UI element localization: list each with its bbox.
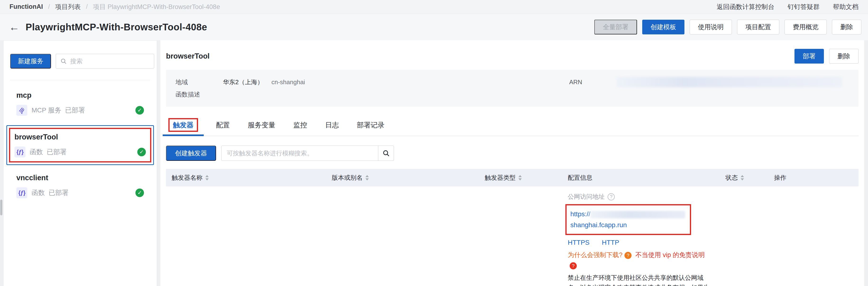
function-icon: {ƒ} [14, 147, 25, 157]
back-arrow-icon[interactable]: ← [9, 22, 20, 32]
tab-triggers[interactable]: 触发器 [167, 117, 199, 136]
column-header-trigger-type[interactable]: 触发器类型 [479, 173, 562, 182]
sort-icon[interactable] [366, 175, 369, 181]
new-service-button[interactable]: 新建服务 [10, 54, 51, 68]
function-icon: {ƒ} [17, 187, 27, 198]
service-name: mcp [17, 91, 144, 100]
search-icon [60, 58, 67, 64]
sort-icon[interactable] [519, 175, 522, 181]
force-download-why-link[interactable]: 为什么会强制下载? [568, 251, 623, 258]
deploy-button[interactable]: 部署 [795, 49, 824, 64]
region-value: 华东2（上海） [223, 78, 263, 86]
help-docs-link[interactable]: 帮助文档 [833, 3, 859, 11]
page-root: FunctionAI / 项目列表 / 项目 PlaywrightMCP-Wit… [0, 0, 868, 286]
sidebar-item-mcp[interactable]: mcp MCP 服务 已部署 ✓ [10, 85, 150, 122]
question-badge-orange-icon[interactable]: ? [624, 252, 631, 259]
search-icon [382, 150, 390, 157]
delete-project-button[interactable]: 删除 [832, 20, 861, 34]
service-status-text: 已部署 [49, 188, 68, 197]
create-trigger-button[interactable]: 创建触发器 [166, 146, 216, 161]
annotation-box-trigger-tab: 触发器 [168, 118, 198, 132]
sort-icon[interactable] [741, 175, 744, 181]
column-header-config-info: 配置信息 [562, 173, 720, 182]
dingtalk-group-link[interactable]: 钉钉答疑群 [787, 3, 819, 11]
topbar-links: 返回函数计算控制台 钉钉答疑群 帮助文档 [717, 3, 859, 11]
tab-logs[interactable]: 日志 [324, 117, 340, 136]
cell-trigger-name [166, 186, 326, 196]
breadcrumb: FunctionAI / 项目列表 / 项目 PlaywrightMCP-Wit… [9, 3, 220, 11]
vip-disclaimer-link[interactable]: 不当使用 vip 的免责说明 [636, 251, 705, 258]
cell-trigger-type [479, 186, 562, 196]
deploy-all-button[interactable]: 全量部署 [594, 20, 637, 34]
url-redacted-segment [590, 211, 685, 218]
main-panel: browserTool 部署 删除 地域 华东2（上海） cn-shanghai [160, 40, 864, 286]
tab-config[interactable]: 配置 [215, 117, 231, 136]
service-name: browserTool [14, 133, 146, 141]
service-type-label: 函数 [30, 148, 43, 157]
deployed-check-icon: ✓ [137, 148, 146, 156]
annotation-box-url: https:// shanghai.fcapp.run [565, 204, 691, 235]
create-template-button[interactable]: 创建模板 [642, 20, 684, 34]
active-tab-underline [163, 134, 204, 136]
service-name: vncclient [17, 173, 144, 182]
cell-version-alias [326, 186, 479, 196]
content-area: 新建服务 mcp MCP 服务 已部署 ✓ [0, 40, 868, 286]
cost-overview-button[interactable]: 费用概览 [784, 20, 827, 34]
arn-label: ARN [569, 78, 617, 86]
trigger-search-button[interactable] [378, 146, 394, 161]
cell-config-info: 公网访问地址 ? https:// shanghai.fcapp.run HTT… [562, 186, 720, 286]
left-edge-scrollbar[interactable] [0, 200, 2, 215]
trigger-search-input[interactable] [221, 146, 378, 161]
service-search-box[interactable] [56, 54, 154, 68]
mcp-service-icon [17, 105, 27, 116]
region-code: cn-shanghai [271, 78, 305, 86]
function-desc-label: 函数描述 [176, 90, 223, 99]
breadcrumb-project-list[interactable]: 项目列表 [55, 3, 81, 11]
breadcrumb-current-project: 项目 PlaywrightMCP-With-BrowserTool-408e [93, 3, 220, 11]
trigger-table-row: 公网访问地址 ? https:// shanghai.fcapp.run HTT… [166, 186, 859, 286]
function-info-box: 地域 华东2（上海） cn-shanghai 函数描述 ARN [166, 70, 859, 107]
sort-icon[interactable] [206, 175, 209, 181]
https-link[interactable]: HTTPS [568, 239, 590, 246]
tab-monitoring[interactable]: 监控 [292, 117, 309, 136]
service-status-text: 已部署 [47, 148, 67, 157]
service-search-input[interactable] [70, 58, 150, 65]
service-status-text: 已部署 [65, 106, 85, 115]
service-type-label: MCP 服务 [32, 106, 61, 115]
usage-guide-button[interactable]: 使用说明 [690, 20, 732, 34]
annotation-box-browsertool[interactable]: browserTool {ƒ} 函数 已部署 ✓ [9, 128, 151, 162]
public-address-label: 公网访问地址 [568, 193, 605, 201]
sidebar-item-browsertool-selected: browserTool {ƒ} 函数 已部署 ✓ [6, 125, 154, 165]
deployed-check-icon: ✓ [135, 189, 144, 197]
public-url-link[interactable]: https:// shanghai.fcapp.run [570, 209, 686, 230]
sidebar-item-vncclient[interactable]: vncclient {ƒ} 函数 已部署 ✓ [10, 167, 150, 204]
project-config-button[interactable]: 项目配置 [737, 20, 779, 34]
trigger-toolbar: 创建触发器 [166, 146, 859, 161]
page-title: PlaywrightMCP-With-BrowserTool-408e [26, 22, 207, 32]
arn-value-redacted [617, 77, 842, 87]
help-question-icon[interactable]: ? [608, 193, 615, 200]
cell-status [720, 186, 768, 196]
breadcrumb-brand[interactable]: FunctionAI [9, 3, 43, 10]
question-badge-red-icon[interactable]: ? [570, 262, 577, 269]
top-navbar: FunctionAI / 项目列表 / 项目 PlaywrightMCP-Wit… [0, 0, 868, 14]
delete-function-button[interactable]: 删除 [829, 49, 859, 64]
tab-service-vars[interactable]: 服务变量 [246, 117, 277, 136]
trigger-table-header: 触发器名称 版本或别名 触发器类型 配置信息 状态 [166, 169, 859, 186]
column-header-actions: 操作 [768, 173, 859, 182]
column-header-version-alias[interactable]: 版本或别名 [326, 173, 479, 182]
column-header-trigger-name[interactable]: 触发器名称 [166, 173, 326, 182]
header-actions: 全量部署 创建模板 使用说明 项目配置 费用概览 删除 [594, 20, 861, 34]
deployed-check-icon: ✓ [135, 106, 144, 115]
sidebar-divider [10, 80, 150, 80]
breadcrumb-separator: / [86, 3, 88, 10]
cell-actions [768, 186, 859, 196]
back-to-fc-console-link[interactable]: 返回函数计算控制台 [717, 3, 774, 11]
tab-deploy-records[interactable]: 部署记录 [355, 117, 386, 136]
column-header-status[interactable]: 状态 [720, 173, 768, 182]
breadcrumb-separator: / [48, 3, 50, 10]
http-link[interactable]: HTTP [602, 239, 619, 246]
service-type-label: 函数 [32, 188, 45, 197]
region-label: 地域 [176, 78, 223, 86]
function-tabs: 触发器 配置 服务变量 监控 日志 部署记录 [166, 117, 859, 136]
